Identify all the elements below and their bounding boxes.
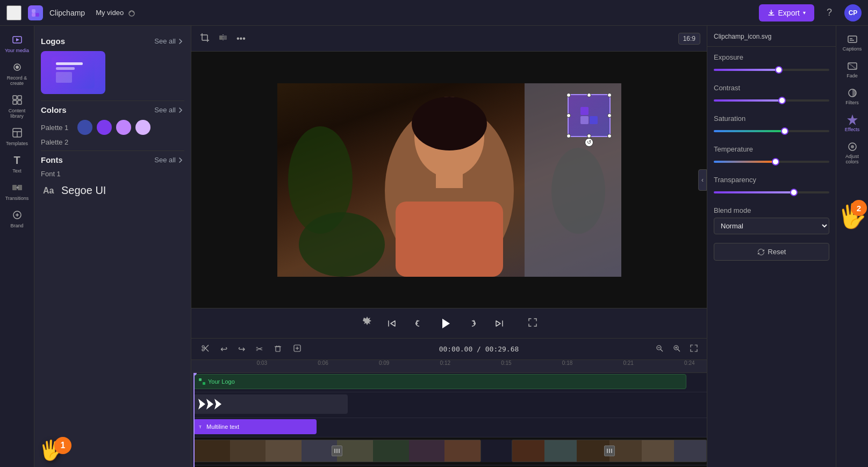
logo-widget[interactable]: ↺ bbox=[568, 94, 611, 137]
help-button[interactable]: ? bbox=[821, 4, 838, 21]
fonts-see-all[interactable]: See all bbox=[154, 156, 184, 164]
menu-button[interactable] bbox=[6, 5, 21, 20]
colors-see-all[interactable]: See all bbox=[154, 106, 184, 114]
flip-button[interactable] bbox=[216, 31, 230, 47]
logo-clip[interactable]: Your Logo bbox=[193, 374, 686, 389]
skip-forward-button[interactable] bbox=[491, 315, 508, 332]
video-clip-right[interactable] bbox=[512, 440, 707, 462]
rsb-item-effects[interactable]: Effects bbox=[838, 111, 866, 135]
reset-button[interactable]: Reset bbox=[714, 243, 829, 261]
ruler-mark-4: 0:15 bbox=[501, 360, 511, 366]
timeline-add-btn[interactable] bbox=[290, 342, 305, 357]
svg-rect-23 bbox=[219, 35, 223, 40]
fonts-section-header: Fonts See all bbox=[41, 155, 184, 164]
sidebar-item-your-media[interactable]: Your media bbox=[2, 30, 32, 56]
rsb-item-adjust-colors[interactable]: Adjust colors bbox=[838, 138, 866, 168]
timeline-delete-btn[interactable] bbox=[270, 342, 285, 357]
transparency-label: Transparency bbox=[714, 176, 829, 184]
more-options-button[interactable]: ••• bbox=[234, 32, 248, 46]
handle-br[interactable] bbox=[607, 134, 612, 138]
timeline-redo-btn[interactable]: ↪ bbox=[235, 342, 248, 356]
video-clip-left[interactable] bbox=[193, 440, 481, 462]
timeline-body: 0:03 0:06 0:09 0:12 0:15 0:18 0:21 0:24 bbox=[191, 360, 707, 467]
exposure-slider[interactable] bbox=[714, 64, 829, 75]
temperature-track[interactable] bbox=[714, 161, 829, 163]
handle-tc[interactable] bbox=[587, 93, 591, 97]
contrast-slider[interactable] bbox=[714, 95, 829, 106]
collapse-button[interactable]: ‹ bbox=[698, 169, 707, 191]
handle-bl[interactable] bbox=[566, 134, 571, 138]
handle-tl[interactable] bbox=[566, 93, 571, 97]
export-button[interactable]: Export ▾ bbox=[759, 4, 814, 21]
track-logo: Your Logo bbox=[193, 373, 707, 392]
transparency-track[interactable] bbox=[714, 191, 829, 193]
app-logo bbox=[28, 5, 43, 20]
temperature-section: Temperature bbox=[714, 145, 829, 167]
rotate-handle[interactable]: ↺ bbox=[585, 138, 593, 147]
font-aa-label: Aa bbox=[43, 186, 56, 196]
sidebar-item-brand[interactable]: Brand bbox=[2, 205, 32, 232]
colors-title: Colors bbox=[41, 105, 67, 114]
contrast-thumb[interactable] bbox=[778, 97, 786, 104]
playhead[interactable] bbox=[193, 373, 195, 467]
ruler-mark-6: 0:21 bbox=[623, 360, 633, 366]
temperature-thumb[interactable] bbox=[772, 158, 779, 166]
svg-line-52 bbox=[661, 349, 663, 351]
right-panel-content: Exposure Contrast bbox=[707, 47, 836, 467]
svg-line-55 bbox=[678, 349, 680, 351]
handle-mr[interactable] bbox=[607, 113, 612, 118]
svg-rect-37 bbox=[590, 116, 598, 124]
motion-clip[interactable] bbox=[193, 394, 348, 414]
handle-tr[interactable] bbox=[607, 93, 612, 97]
zoom-out-btn[interactable] bbox=[653, 342, 666, 357]
color-dot-2[interactable] bbox=[97, 120, 112, 135]
timeline-undo-btn[interactable]: ↩ bbox=[217, 342, 231, 356]
forward-button[interactable] bbox=[465, 315, 482, 332]
rsb-item-captions[interactable]: Captions bbox=[838, 30, 866, 55]
play-pause-button[interactable] bbox=[435, 313, 456, 334]
temperature-slider[interactable] bbox=[714, 156, 829, 167]
skip-back-button[interactable] bbox=[383, 315, 400, 332]
blend-mode-select[interactable]: Normal Multiply Screen Overlay bbox=[714, 218, 829, 234]
timeline-scissor-btn[interactable] bbox=[198, 342, 213, 357]
crop-button[interactable] bbox=[198, 31, 212, 47]
sidebar-label-record-create: Record & create bbox=[4, 75, 30, 86]
video-title[interactable]: My video bbox=[96, 9, 124, 17]
fullscreen-button[interactable] bbox=[525, 315, 540, 332]
sidebar-item-record-create[interactable]: Record & create bbox=[2, 58, 32, 89]
video-frame[interactable]: ↺ bbox=[277, 83, 621, 277]
contrast-track[interactable] bbox=[714, 99, 829, 102]
transparency-thumb[interactable] bbox=[790, 189, 798, 196]
magic-trim-button[interactable] bbox=[358, 314, 375, 333]
color-dot-3[interactable] bbox=[116, 120, 131, 135]
handle-ml[interactable] bbox=[566, 113, 571, 118]
font-segoe-ui[interactable]: Aa Segoe UI bbox=[41, 181, 184, 200]
content-library-icon bbox=[11, 94, 24, 106]
color-dot-1[interactable] bbox=[77, 120, 92, 135]
avatar[interactable]: CP bbox=[844, 4, 862, 21]
fit-timeline-btn[interactable] bbox=[687, 342, 700, 357]
transparency-slider[interactable]: 🖐️ 3 bbox=[714, 187, 829, 198]
sidebar-item-content-library[interactable]: Content library bbox=[2, 90, 32, 122]
sidebar-item-transitions[interactable]: Transitions bbox=[2, 178, 32, 204]
saturation-slider[interactable] bbox=[714, 126, 829, 136]
sidebar-icons: Your media Record & create Content libra… bbox=[0, 26, 34, 467]
exposure-thumb[interactable] bbox=[775, 66, 783, 74]
saturation-thumb[interactable] bbox=[781, 127, 788, 135]
text-icon: T bbox=[11, 154, 24, 167]
rewind-button[interactable] bbox=[409, 315, 426, 332]
color-dot-4[interactable] bbox=[135, 120, 150, 135]
rsb-item-fade[interactable]: Fade bbox=[838, 57, 866, 82]
sidebar-item-text[interactable]: T Text bbox=[2, 150, 32, 177]
timeline-cut-btn[interactable]: ✂ bbox=[253, 342, 266, 356]
handle-bc[interactable] bbox=[587, 134, 591, 138]
rsb-item-filters[interactable]: Filters bbox=[838, 84, 866, 109]
sidebar-item-templates[interactable]: Templates bbox=[2, 123, 32, 149]
app-name: Clipchamp bbox=[49, 9, 85, 17]
text-clip[interactable]: T Multiline text bbox=[193, 419, 317, 434]
logo-preview[interactable] bbox=[41, 51, 105, 94]
zoom-in-btn[interactable] bbox=[670, 342, 683, 357]
saturation-track[interactable] bbox=[714, 130, 829, 132]
logos-see-all[interactable]: See all bbox=[154, 37, 184, 45]
exposure-track[interactable] bbox=[714, 69, 829, 71]
